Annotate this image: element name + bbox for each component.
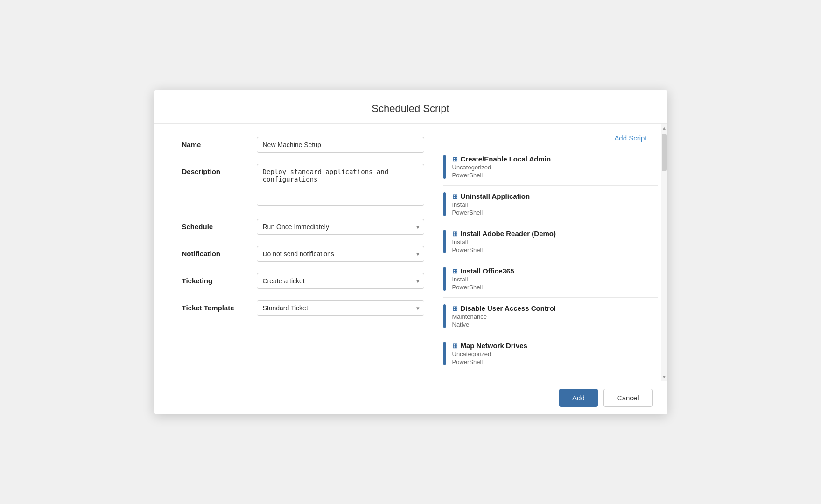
description-row: Description Deploy standard applications…: [182, 164, 424, 208]
script-name: ⊞ Map Network Drives: [452, 342, 658, 350]
notification-select[interactable]: Do not send notifications Send on failur…: [257, 246, 424, 262]
script-item[interactable]: ⊞ Install Office365 Install PowerShell: [443, 260, 658, 298]
script-category: Uncategorized: [452, 164, 658, 171]
script-info: ⊞ Install Office365 Install PowerShell: [452, 267, 658, 291]
scroll-up-arrow[interactable]: ▲: [661, 124, 667, 132]
scheduled-script-modal: Scheduled Script Name Description Deploy…: [154, 90, 667, 414]
script-name: ⊞ Disable User Access Control: [452, 304, 658, 312]
script-type: PowerShell: [452, 209, 658, 216]
windows-icon: ⊞: [452, 342, 458, 350]
ticket-template-label: Ticket Template: [182, 300, 257, 312]
cancel-button[interactable]: Cancel: [603, 389, 653, 407]
add-button[interactable]: Add: [559, 389, 598, 407]
script-item[interactable]: ⊞ Disable User Access Control Maintenanc…: [443, 298, 658, 335]
script-info: ⊞ Map Network Drives Uncategorized Power…: [452, 342, 658, 365]
description-label: Description: [182, 164, 257, 175]
description-textarea[interactable]: Deploy standard applications and configu…: [257, 164, 424, 206]
form-pane: Name Description Deploy standard applica…: [154, 124, 443, 381]
modal-header: Scheduled Script: [154, 90, 667, 124]
script-item[interactable]: ⊞ Install Adobe Reader (Demo) Install Po…: [443, 223, 658, 260]
script-type: PowerShell: [452, 172, 658, 179]
script-type: Native: [452, 321, 658, 328]
schedule-label: Schedule: [182, 219, 257, 231]
script-accent: [443, 155, 446, 179]
scroll-down-arrow[interactable]: ▼: [661, 372, 667, 381]
ticketing-label: Ticketing: [182, 273, 257, 285]
notification-select-wrapper: Do not send notifications Send on failur…: [257, 246, 424, 262]
windows-icon: ⊞: [452, 230, 458, 238]
script-category: Install: [452, 276, 658, 283]
script-name: ⊞ Create/Enable Local Admin: [452, 155, 658, 163]
ticket-template-row: Ticket Template Standard Ticket Custom T…: [182, 300, 424, 316]
script-category: Maintenance: [452, 313, 658, 320]
ticket-template-select-wrapper: Standard Ticket Custom Ticket ▾: [257, 300, 424, 316]
script-name: ⊞ Install Office365: [452, 267, 658, 275]
script-item[interactable]: ⊞ Uninstall Application Install PowerShe…: [443, 186, 658, 223]
script-accent: [443, 192, 446, 216]
script-info: ⊞ Install Adobe Reader (Demo) Install Po…: [452, 230, 658, 253]
script-item[interactable]: ⊞ Map Network Drives Uncategorized Power…: [443, 335, 658, 372]
notification-row: Notification Do not send notifications S…: [182, 246, 424, 262]
scripts-list: ⊞ Create/Enable Local Admin Uncategorize…: [443, 148, 658, 372]
script-category: Install: [452, 201, 658, 208]
windows-icon: ⊞: [452, 193, 458, 200]
notification-label: Notification: [182, 246, 257, 258]
ticketing-control: Create a ticket Do not create a ticket ▾: [257, 273, 424, 289]
script-item[interactable]: ⊞ Create/Enable Local Admin Uncategorize…: [443, 148, 658, 186]
scrollbar-track: ▲ ▼: [661, 124, 667, 381]
schedule-select[interactable]: Run Once Immediately Daily Weekly Monthl…: [257, 219, 424, 235]
windows-icon: ⊞: [452, 155, 458, 163]
ticket-template-select[interactable]: Standard Ticket Custom Ticket: [257, 300, 424, 316]
modal-body: Name Description Deploy standard applica…: [154, 124, 667, 381]
name-input[interactable]: [257, 137, 424, 153]
ticketing-row: Ticketing Create a ticket Do not create …: [182, 273, 424, 289]
script-accent: [443, 304, 446, 328]
modal-title: Scheduled Script: [169, 103, 653, 115]
name-label: Name: [182, 137, 257, 148]
script-type: PowerShell: [452, 246, 658, 253]
modal-footer: Add Cancel: [154, 381, 667, 414]
schedule-row: Schedule Run Once Immediately Daily Week…: [182, 219, 424, 235]
script-info: ⊞ Create/Enable Local Admin Uncategorize…: [452, 155, 658, 179]
description-control: Deploy standard applications and configu…: [257, 164, 424, 208]
script-name: ⊞ Uninstall Application: [452, 192, 658, 200]
notification-control: Do not send notifications Send on failur…: [257, 246, 424, 262]
script-type: PowerShell: [452, 358, 658, 365]
script-category: Uncategorized: [452, 350, 658, 357]
ticketing-select-wrapper: Create a ticket Do not create a ticket ▾: [257, 273, 424, 289]
ticketing-select[interactable]: Create a ticket Do not create a ticket: [257, 273, 424, 289]
scripts-pane: Add Script ⊞ Create/Enable Local Admin U…: [443, 124, 667, 381]
name-control: [257, 137, 424, 153]
schedule-select-wrapper: Run Once Immediately Daily Weekly Monthl…: [257, 219, 424, 235]
schedule-control: Run Once Immediately Daily Weekly Monthl…: [257, 219, 424, 235]
add-script-link[interactable]: Add Script: [443, 132, 658, 148]
script-type: PowerShell: [452, 284, 658, 291]
scrollbar-thumb[interactable]: [662, 134, 667, 171]
script-accent: [443, 267, 446, 291]
windows-icon: ⊞: [452, 267, 458, 275]
script-category: Install: [452, 238, 658, 245]
name-row: Name: [182, 137, 424, 153]
script-accent: [443, 342, 446, 365]
script-name: ⊞ Install Adobe Reader (Demo): [452, 230, 658, 238]
script-info: ⊞ Uninstall Application Install PowerShe…: [452, 192, 658, 216]
script-info: ⊞ Disable User Access Control Maintenanc…: [452, 304, 658, 328]
windows-icon: ⊞: [452, 305, 458, 312]
script-accent: [443, 230, 446, 253]
ticket-template-control: Standard Ticket Custom Ticket ▾: [257, 300, 424, 316]
